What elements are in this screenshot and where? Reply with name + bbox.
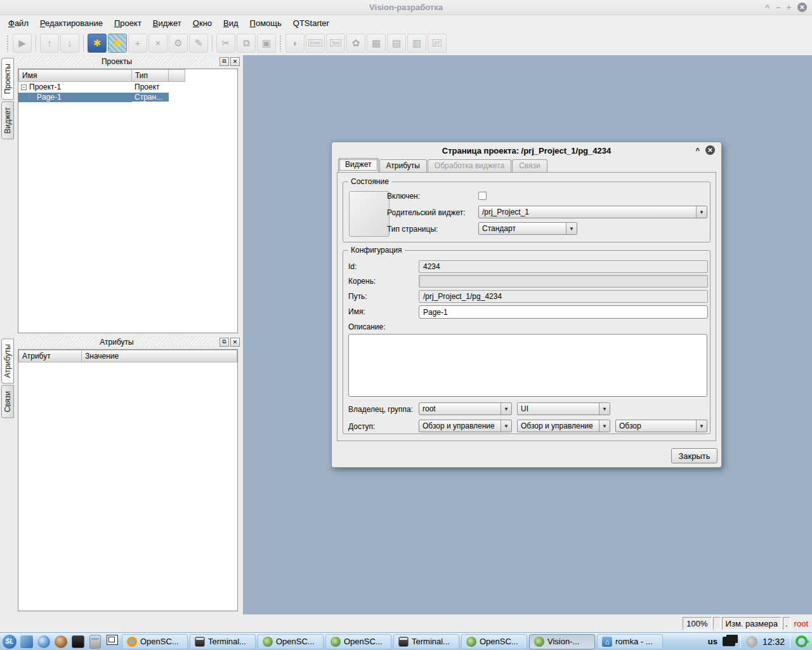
browser-launcher[interactable] bbox=[36, 634, 51, 649]
dialog-titlebar[interactable]: Страница проекта: /prj_Project_1/pg_4234… bbox=[332, 142, 721, 159]
logout-icon[interactable] bbox=[796, 635, 808, 647]
sidebar-tab-widget[interactable]: Виджет bbox=[1, 102, 14, 140]
terminal-icon bbox=[398, 637, 409, 647]
keyboard-layout[interactable]: us bbox=[708, 637, 717, 646]
tree-row-project[interactable]: − Проект-1 Проект bbox=[18, 82, 237, 92]
close-button[interactable]: Закрыть bbox=[671, 448, 717, 463]
menu-window[interactable]: Окно bbox=[187, 17, 218, 30]
minimize-window-icon[interactable]: − bbox=[776, 3, 780, 12]
clock: 12:32 bbox=[763, 637, 785, 647]
widget-properties-icon[interactable]: ⚙ bbox=[169, 34, 188, 53]
media-element-icon[interactable]: ✿ bbox=[346, 34, 365, 53]
openscada-icon bbox=[466, 637, 476, 647]
enabled-checkbox[interactable] bbox=[478, 192, 487, 200]
taskbar-item-terminal-2[interactable]: Terminal... bbox=[393, 634, 459, 649]
owner-combo[interactable]: root ▼ bbox=[419, 402, 512, 415]
paste-icon[interactable]: ▣ bbox=[257, 34, 276, 53]
column-header-attribute[interactable]: Атрибут bbox=[18, 350, 82, 362]
start-menu-button[interactable]: SL bbox=[2, 634, 17, 649]
new-project-icon[interactable]: ✱ bbox=[88, 34, 107, 53]
volume-icon[interactable] bbox=[746, 636, 757, 647]
globe-icon bbox=[37, 635, 50, 648]
access-group-combo[interactable]: Обзор и управление ▼ bbox=[517, 420, 610, 432]
close-dialog-icon[interactable]: ✕ bbox=[705, 145, 715, 155]
name-input[interactable] bbox=[419, 305, 708, 319]
delete-widget-icon[interactable]: × bbox=[148, 34, 167, 53]
access-other-combo[interactable]: Обзор ▼ bbox=[615, 420, 707, 432]
shape-figure-icon[interactable]: ◗ bbox=[285, 34, 304, 53]
status-blank-cell bbox=[713, 617, 721, 630]
new-widget-library-icon[interactable]: ✱ bbox=[108, 34, 127, 53]
toolbar-drag-handle[interactable] bbox=[6, 35, 10, 51]
maximize-window-icon[interactable]: + bbox=[787, 3, 791, 12]
taskbar-item-opensc-1[interactable]: OpenSC... bbox=[122, 634, 188, 649]
description-textarea[interactable] bbox=[348, 334, 707, 397]
taskbar-item-opensc-3[interactable]: OpenSC... bbox=[325, 634, 391, 649]
group-combo[interactable]: UI ▼ bbox=[517, 402, 610, 415]
close-dock-icon[interactable]: ✕ bbox=[230, 338, 240, 347]
sidebar-tab-links[interactable]: Связи bbox=[1, 385, 14, 418]
tree-row-page[interactable]: Page-1 Стран... bbox=[18, 92, 237, 102]
column-header-type[interactable]: Тип bbox=[132, 69, 169, 82]
tree-item-type: Проект bbox=[132, 83, 169, 91]
task-label: Vision-... bbox=[547, 637, 579, 646]
taskbar-item-terminal-1[interactable]: Terminal... bbox=[190, 634, 256, 649]
access-label: Доступ: bbox=[348, 422, 375, 431]
menu-view[interactable]: Вид bbox=[218, 17, 244, 30]
column-header-value[interactable]: Значение bbox=[82, 350, 237, 362]
page-type-combo[interactable]: Стандарт ▼ bbox=[478, 222, 577, 235]
menu-qtstarter[interactable]: QTStarter bbox=[287, 17, 335, 30]
tab-widget[interactable]: Виджет bbox=[338, 158, 379, 172]
file-manager-launcher[interactable] bbox=[88, 634, 103, 649]
run-project-icon[interactable]: ▶ bbox=[13, 34, 32, 53]
taskbar-item-romka[interactable]: ⌂ romka - ... bbox=[597, 634, 663, 649]
page-icon-button[interactable] bbox=[349, 191, 390, 237]
menu-project[interactable]: Проект bbox=[108, 17, 147, 30]
show-desktop-button[interactable] bbox=[19, 634, 34, 649]
sidebar-tab-attributes[interactable]: Атрибуты bbox=[1, 338, 14, 383]
close-dock-icon[interactable]: ✕ bbox=[230, 57, 240, 66]
menu-file[interactable]: Файл bbox=[3, 17, 34, 30]
cut-icon[interactable]: ✂ bbox=[216, 34, 235, 53]
menu-widget[interactable]: Виджет bbox=[147, 17, 187, 30]
dialog-tabbar: Виджет Атрибуты Обработка виджета Связи bbox=[338, 159, 721, 172]
function-value-element-icon[interactable]: ΔT bbox=[428, 34, 447, 53]
toolbar-drag-handle[interactable] bbox=[279, 35, 282, 51]
menubar: Файл Редактирование Проект Виджет Окно В… bbox=[0, 15, 812, 30]
load-from-db-icon[interactable]: ↑ bbox=[40, 34, 59, 53]
taskbar-item-vision[interactable]: Vision-... bbox=[529, 634, 595, 649]
collapse-icon[interactable]: − bbox=[21, 84, 27, 90]
shade-window-icon[interactable]: ^ bbox=[765, 3, 769, 12]
terminal-launcher[interactable] bbox=[70, 634, 86, 649]
tray-separator bbox=[790, 635, 790, 648]
workspace-pager[interactable] bbox=[105, 634, 120, 649]
taskbar-item-opensc-2[interactable]: OpenSC... bbox=[258, 634, 324, 649]
protocol-element-icon[interactable]: ▤ bbox=[387, 34, 406, 53]
sidebar-tab-projects[interactable]: Проекты bbox=[1, 58, 14, 100]
attributes-dock-titlebar[interactable]: Атрибуты ⧉ ✕ bbox=[15, 337, 240, 347]
shade-dialog-icon[interactable]: ^ bbox=[696, 147, 700, 154]
close-window-icon[interactable]: ✕ bbox=[797, 3, 807, 12]
copy-icon[interactable]: ⧉ bbox=[237, 34, 256, 53]
access-user-combo[interactable]: Обзор и управление ▼ bbox=[419, 420, 512, 432]
column-header-name[interactable]: Имя bbox=[18, 69, 132, 82]
float-dock-icon[interactable]: ⧉ bbox=[219, 338, 229, 347]
diagram-element-icon[interactable]: ▦ bbox=[367, 34, 386, 53]
display-settings-icon[interactable] bbox=[723, 637, 735, 646]
widget-edit-icon[interactable]: ✎ bbox=[189, 34, 208, 53]
projects-dock-titlebar[interactable]: Проекты ⧉ ✕ bbox=[15, 56, 240, 66]
taskbar-item-opensc-4[interactable]: OpenSC... bbox=[461, 634, 527, 649]
text-element-icon[interactable]: Text bbox=[326, 34, 345, 53]
mail-launcher[interactable] bbox=[53, 634, 69, 649]
float-dock-icon[interactable]: ⧉ bbox=[219, 57, 229, 66]
menu-edit[interactable]: Редактирование bbox=[34, 17, 108, 30]
menu-help[interactable]: Помощь bbox=[244, 17, 287, 30]
window-titlebar[interactable]: Vision-разработка ^ − + ✕ bbox=[0, 0, 812, 15]
add-widget-icon[interactable]: + bbox=[128, 34, 147, 53]
toolbar-separator bbox=[83, 35, 84, 51]
form-element-icon[interactable]: Enter bbox=[306, 34, 325, 53]
save-to-db-icon[interactable]: ↓ bbox=[60, 34, 79, 53]
document-element-icon[interactable]: ▥ bbox=[407, 34, 426, 53]
parent-widget-combo[interactable]: /prj_Project_1 ▼ bbox=[478, 206, 707, 218]
tab-attributes[interactable]: Атрибуты bbox=[379, 159, 427, 172]
